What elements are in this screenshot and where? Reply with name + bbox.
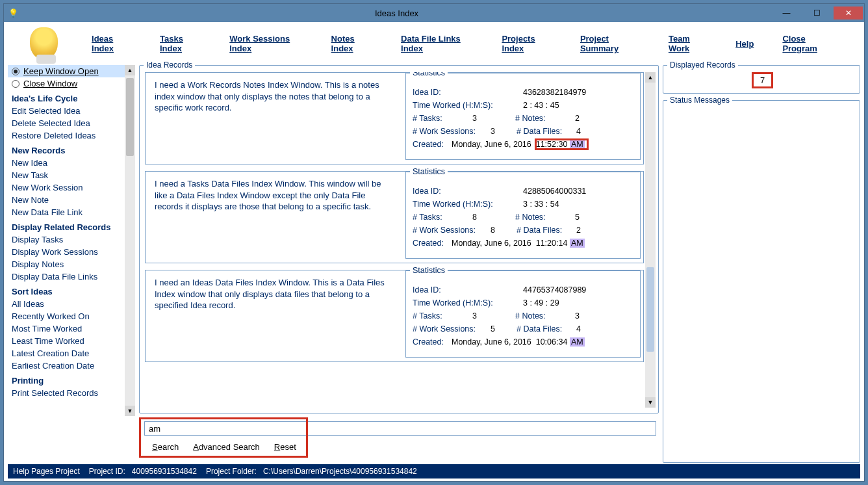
sidebar-sort-recently[interactable]: Recently Worked On [8,310,135,322]
value-created: Monday, June 6, 2016 11:52:30 AM [452,140,587,149]
nav-projects-index[interactable]: Projects Index [502,34,552,53]
nav-project-summary[interactable]: Project Summary [580,34,640,53]
scroll-up-icon[interactable]: ▲ [125,65,135,75]
scroll-down-icon[interactable]: ▼ [125,406,135,416]
label-tasks: # Tasks: [413,213,472,222]
scroll-down-icon[interactable]: ▼ [645,397,656,408]
record-text: I need an Ideas Data Files Index Window.… [146,270,403,361]
sidebar-sort-latest[interactable]: Latest Creation Date [8,347,135,360]
label-idea-id: Idea ID: [413,187,523,196]
sidebar-new-task[interactable]: New Task [8,169,135,181]
label-notes: # Notes: [515,213,575,222]
statistics-legend: Statistics [410,72,448,77]
value-data-files: 4 [576,324,581,334]
nav-work-sessions-index[interactable]: Work Sessions Index [229,34,302,53]
records-scrollbar[interactable]: ▲ ▼ [645,72,656,408]
statistics-legend: Statistics [410,266,448,275]
window-controls: — ☐ ✕ [771,7,864,20]
sidebar-new-data-file-link[interactable]: New Data File Link [8,206,135,218]
label-time-worked: Time Worked (H:M:S): [413,298,523,308]
title-bar: 💡 Ideas Index — ☐ ✕ [4,4,864,22]
sidebar-scrollbar[interactable]: ▲ ▼ [125,65,135,416]
value-idea-id: 42885064000331 [523,187,586,196]
sidebar-head-new-records: New Records [8,142,135,157]
search-input[interactable] [144,421,656,436]
footer-help-pages[interactable]: Help Pages Project [13,467,80,476]
sidebar-print-selected[interactable]: Print Selected Records [8,387,135,399]
records-list: I need a Work Records Notes Index Window… [145,72,644,408]
footer-project-id: Project ID: 400956931534842 [89,467,197,476]
radio-label: Keep Window Open [23,66,99,76]
idea-records-legend: Idea Records [144,60,195,70]
label-notes: # Notes: [515,311,575,321]
statistics-legend: Statistics [410,167,448,176]
sidebar-new-note[interactable]: New Note [8,194,135,206]
sidebar-head-life-cycle: Idea's Life Cycle [8,90,135,105]
nav-tasks-index[interactable]: Tasks Index [160,34,201,53]
minimize-button[interactable]: — [772,7,801,20]
sidebar-display-data-file-links[interactable]: Display Data File Links [8,270,135,283]
label-time-worked: Time Worked (H:M:S): [413,101,523,110]
record-card[interactable]: I need a Tasks Data Files Index Window. … [145,171,644,263]
nav-notes-index[interactable]: Notes Index [331,34,372,53]
value-tasks: 8 [472,213,477,222]
value-created: Monday, June 6, 2016 11:20:14 AM [452,239,585,248]
search-link[interactable]: Search [152,442,179,452]
sidebar-delete-idea[interactable]: Delete Selected Idea [8,117,135,129]
nav-help[interactable]: Help [735,39,754,49]
search-bar: Search Advanced Search Reset [139,417,659,458]
record-card[interactable]: I need a Work Records Notes Index Window… [145,72,644,164]
value-work-sessions: 3 [491,127,495,136]
advanced-search-link[interactable]: Advanced Search [193,442,260,452]
status-bar: Help Pages Project Project ID: 400956931… [8,464,860,478]
value-idea-id: 44765374087989 [523,285,586,295]
value-time-worked: 2 : 43 : 45 [523,101,559,110]
value-created: Monday, June 6, 2016 10:06:34 AM [452,337,585,347]
sidebar-new-work-session[interactable]: New Work Session [8,181,135,194]
scroll-thumb[interactable] [646,267,654,352]
nav-ideas-index[interactable]: Ideas Index [92,34,131,53]
scroll-thumb[interactable] [126,78,134,156]
sidebar-display-work-sessions[interactable]: Display Work Sessions [8,246,135,258]
sidebar-sort-most-time[interactable]: Most Time Worked [8,322,135,335]
status-messages-fieldset: Status Messages [663,100,860,463]
sidebar-head-printing: Printing [8,372,135,387]
value-work-sessions: 8 [491,226,495,235]
value-work-sessions: 5 [491,324,495,334]
maximize-button[interactable]: ☐ [802,7,832,20]
idea-records-fieldset: Idea Records I need a Work Records Notes… [139,65,659,413]
main-area: Idea Records I need a Work Records Notes… [139,65,659,463]
radio-keep-window-open[interactable]: Keep Window Open [8,65,135,77]
window-title: Ideas Index [22,8,771,18]
record-stats: Statistics Idea ID:42885064000331 Time W… [403,172,643,263]
sidebar: Keep Window Open Close Window Idea's Lif… [8,65,135,463]
sidebar-new-idea[interactable]: New Idea [8,157,135,169]
right-column: Displayed Records 7 Status Messages [663,65,860,463]
scroll-up-icon[interactable]: ▲ [645,72,656,83]
nav-data-file-links-index[interactable]: Data File Links Index [401,34,473,53]
statistics-box: Statistics Idea ID:44765374087989 Time W… [405,270,641,358]
main-nav: Ideas Index Tasks Index Work Sessions In… [4,22,864,65]
nav-team-work[interactable]: Team Work [669,34,707,53]
value-time-worked: 3 : 33 : 54 [523,200,559,209]
value-data-files: 4 [576,127,581,136]
sidebar-display-tasks[interactable]: Display Tasks [8,233,135,246]
statistics-box: Statistics Idea ID:42885064000331 Time W… [405,172,641,259]
sidebar-display-notes[interactable]: Display Notes [8,258,135,270]
nav-close-program[interactable]: Close Program [782,34,834,53]
sidebar-restore-ideas[interactable]: Restore Deleted Ideas [8,129,135,142]
radio-label: Close Window [23,79,77,88]
close-button[interactable]: ✕ [834,7,863,20]
radio-close-window[interactable]: Close Window [8,77,135,90]
record-card[interactable]: I need an Ideas Data Files Index Window.… [145,270,644,362]
label-work-sessions: # Work Sessions: [413,127,491,136]
sidebar-sort-earliest[interactable]: Earliest Creation Date [8,360,135,372]
sidebar-sort-all[interactable]: All Ideas [8,298,135,310]
value-notes: 3 [575,311,580,321]
sidebar-sort-least-time[interactable]: Least Time Worked [8,335,135,347]
sidebar-edit-idea[interactable]: Edit Selected Idea [8,105,135,117]
record-text: I need a Tasks Data Files Index Window. … [146,172,403,263]
value-tasks: 3 [472,311,477,321]
label-idea-id: Idea ID: [413,88,523,97]
reset-link[interactable]: Reset [274,442,296,452]
